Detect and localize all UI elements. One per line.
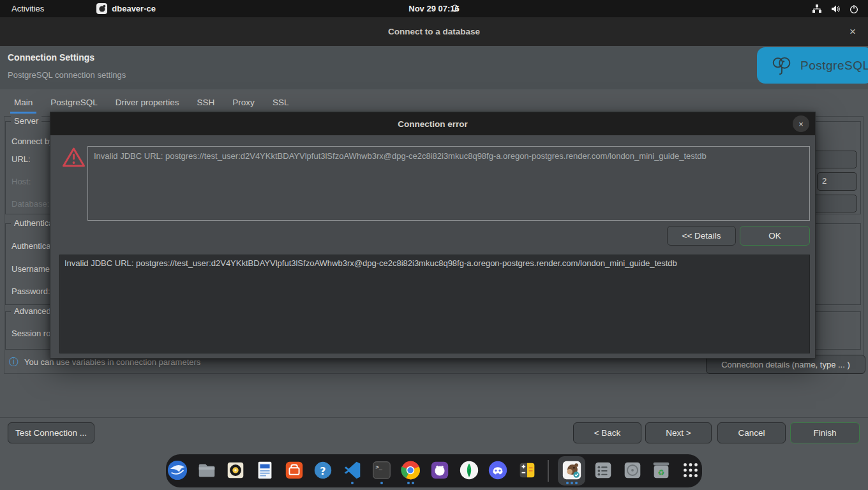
postgresql-logo-text: PostgreSQL (800, 59, 868, 73)
notification-bell-icon (451, 4, 460, 15)
window-title: Connect to a database (388, 27, 480, 36)
page-subtitle: PostgreSQL connection settings (8, 70, 126, 80)
volume-icon[interactable] (830, 4, 841, 14)
dock-ubuntu-software-icon[interactable] (283, 456, 306, 486)
back-button[interactable]: < Back (573, 422, 641, 443)
focused-app-menu[interactable]: dbeaver-ce (96, 3, 156, 14)
activities-button[interactable]: Activities (11, 4, 44, 13)
connection-error-dialog: Connection error × Invalid JDBC URL: pos… (50, 112, 816, 359)
dock-calculator-icon[interactable] (516, 456, 539, 486)
power-icon[interactable] (849, 4, 859, 14)
system-top-bar: Activities dbeaver-ce Nov 29 07:16 (0, 0, 868, 17)
host-label: Host: (11, 177, 31, 186)
window-title-bar: Connect to a database × (0, 17, 868, 46)
tab-proxy[interactable]: Proxy (231, 91, 256, 115)
dock-terminal-icon[interactable]: >_ (370, 456, 393, 486)
button-bar-separator (0, 417, 868, 418)
ok-button[interactable]: OK (740, 226, 810, 246)
server-group-legend: Server (11, 116, 41, 126)
dock-trash-icon[interactable]: ♻ (650, 456, 673, 486)
svg-text:?: ? (320, 465, 326, 477)
next-button[interactable]: Next > (645, 422, 712, 443)
dock-thunderbird-icon[interactable] (166, 456, 189, 486)
dock-chrome-icon[interactable] (399, 456, 422, 486)
wizard-header: Connection Settings PostgreSQL connectio… (0, 46, 868, 89)
password-label: Password: (11, 286, 50, 296)
network-icon[interactable] (812, 4, 822, 14)
error-warning-icon (62, 147, 86, 170)
tab-main[interactable]: Main (13, 91, 34, 115)
username-label: Username: (11, 264, 52, 274)
finish-button[interactable]: Finish (790, 422, 860, 443)
database-label: Database: (11, 199, 49, 209)
dock: ? >_ ♻ (166, 454, 702, 487)
dock-disks-icon[interactable] (621, 456, 644, 486)
error-dialog-close-button[interactable]: × (793, 115, 809, 132)
focused-app-name: dbeaver-ce (112, 4, 156, 13)
advanced-group-legend: Advanced (11, 306, 54, 316)
cancel-button[interactable]: Cancel (717, 422, 786, 443)
info-icon: ⓘ (9, 356, 19, 368)
error-dialog-title: Connection error (398, 119, 468, 129)
dock-libreoffice-writer-icon[interactable] (253, 456, 276, 486)
page-title: Connection Settings (8, 52, 94, 63)
error-details-panel[interactable]: Invalid JDBC URL: postgres://test_user:d… (59, 255, 810, 353)
error-dialog-title-bar: Connection error × (50, 112, 815, 135)
postgresql-elephant-icon (770, 54, 794, 78)
dock-vscode-icon[interactable] (341, 456, 364, 486)
error-message-box: Invalid JDBC URL: postgres://test_user:d… (87, 146, 810, 221)
port-input[interactable]: 2 (817, 172, 857, 191)
dock-files-icon[interactable] (195, 456, 218, 486)
svg-text:♻: ♻ (658, 468, 665, 477)
dock-app-grid-icon[interactable] (679, 456, 702, 486)
tab-ssl[interactable]: SSL (271, 91, 290, 115)
connect-by-label: Connect by: (11, 137, 56, 146)
dock-dbeaver-icon[interactable] (558, 456, 586, 486)
tab-ssh[interactable]: SSH (196, 91, 216, 115)
details-toggle-button[interactable]: << Details (667, 226, 736, 246)
dock-help-icon[interactable]: ? (311, 456, 334, 486)
dock-discord-icon[interactable] (486, 456, 509, 486)
dock-mongodb-compass-icon[interactable] (458, 456, 481, 486)
url-label: URL: (11, 154, 31, 164)
test-connection-button[interactable]: Test Connection ... (8, 422, 94, 443)
window-close-button[interactable]: × (846, 26, 859, 38)
variables-hint-text[interactable]: You can use variables in connection para… (24, 357, 200, 367)
tab-postgresql[interactable]: PostgreSQL (49, 91, 99, 115)
dock-github-desktop-icon[interactable] (428, 456, 451, 486)
dock-rhythmbox-icon[interactable] (224, 456, 247, 486)
dock-settings-icon[interactable] (592, 456, 615, 486)
dock-separator (548, 460, 549, 482)
dbeaver-app-icon (96, 3, 107, 14)
tab-driver-properties[interactable]: Driver properties (114, 91, 181, 115)
postgresql-logo: PostgreSQL (757, 47, 868, 84)
svg-text:>_: >_ (375, 464, 382, 470)
